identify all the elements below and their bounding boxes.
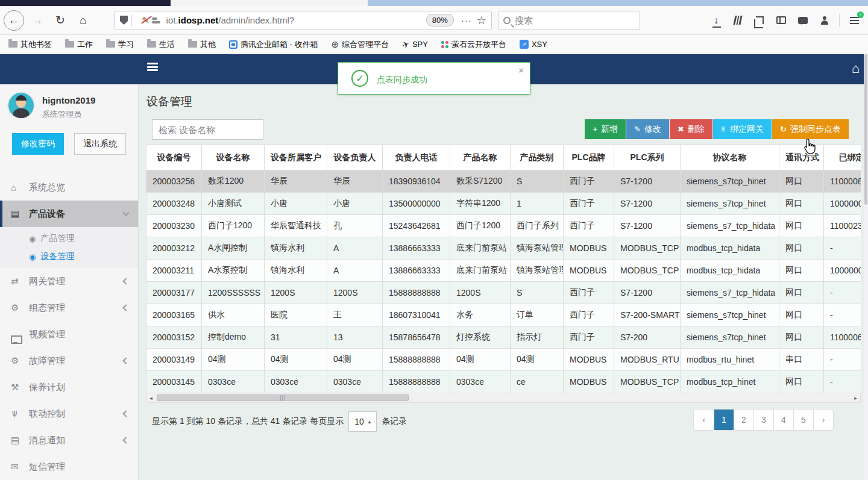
cell-plc-series[interactable]: MODBUS_TCP xyxy=(614,260,681,282)
cell-comm[interactable]: 网口 xyxy=(779,237,824,260)
cell-protocol[interactable]: siemens_s7tcp_hinet xyxy=(681,193,779,215)
bind-gateway-button[interactable]: ∞绑定网关 xyxy=(713,119,772,139)
cell-plc-brand[interactable]: 西门子 xyxy=(564,193,614,215)
sidebar-item-message[interactable]: 消息通知 xyxy=(0,427,138,454)
close-icon[interactable]: × xyxy=(518,65,524,75)
cell-plc-series[interactable]: S7-200-SMART xyxy=(614,304,681,326)
scroll-left-icon[interactable]: ◂ xyxy=(146,394,156,402)
cell-protocol[interactable]: modbus_rtu_hinet xyxy=(681,349,779,371)
column-header[interactable]: PLC系列 xyxy=(614,145,681,170)
cell-product[interactable]: 字符串1200 xyxy=(450,193,511,215)
page-button-5[interactable]: 5 xyxy=(793,410,813,430)
horizontal-scrollbar[interactable]: ◂ ▸ xyxy=(146,393,861,403)
device-search-input[interactable] xyxy=(159,125,257,135)
back-button[interactable]: ← xyxy=(4,10,24,31)
cell-category[interactable]: 指示灯 xyxy=(511,326,564,349)
bookmark-mail[interactable]: 腾讯企业邮箱 - 收件箱 xyxy=(229,39,318,50)
cell-manager[interactable]: 王 xyxy=(327,304,383,326)
pocket-button[interactable] xyxy=(792,11,814,30)
cell-customer[interactable]: 镇海水利 xyxy=(265,237,327,260)
cell-manager[interactable]: A xyxy=(327,260,383,282)
cell-phone[interactable]: 13886663333 xyxy=(383,260,450,282)
bookmark-spy[interactable]: ✈SPY xyxy=(402,40,428,49)
cell-protocol[interactable]: siemens_s7_tcp_hidata xyxy=(681,282,779,304)
bookmark-folder[interactable]: 其他 xyxy=(188,39,216,50)
prev-page-button[interactable]: ‹ xyxy=(694,410,714,430)
cell-category[interactable]: 镇海泵站管理 xyxy=(511,237,564,260)
table-row[interactable]: 200003211 A水泵控制 镇海水利 A 13886663333 底来门前泵… xyxy=(146,260,861,282)
cell-manager[interactable]: 0303ce xyxy=(327,371,383,393)
cell-device-id[interactable]: 200003256 xyxy=(146,170,202,193)
cell-plc-brand[interactable]: MODBUS xyxy=(564,371,614,393)
cell-device-name[interactable]: A水闸控制 xyxy=(202,237,265,260)
cell-plc-series[interactable]: S7-1200 xyxy=(614,193,681,215)
cell-comm[interactable]: 网口 xyxy=(779,326,824,349)
cell-protocol[interactable]: modbus_tcp_hidata xyxy=(681,237,779,260)
cell-product[interactable]: 西门子1200 xyxy=(450,215,511,237)
downloads-button[interactable]: ↓ xyxy=(705,11,727,30)
library-button[interactable] xyxy=(727,11,749,30)
insecure-connection-icon[interactable]: ✎ xyxy=(142,15,149,26)
cell-phone[interactable]: 15243642681 xyxy=(383,215,450,237)
cell-customer[interactable]: 小唐 xyxy=(265,193,327,215)
cell-device-id[interactable]: 200003152 xyxy=(146,326,202,349)
active-tab-strip[interactable] xyxy=(0,0,171,6)
cell-comm[interactable]: 网口 xyxy=(779,282,824,304)
sidebar-item-device-mgmt[interactable]: ◉ 设备管理 xyxy=(0,248,138,266)
cell-customer[interactable]: 0303ce xyxy=(265,371,327,393)
sidebar-item-linkage[interactable]: 联动控制 xyxy=(0,401,138,427)
cell-gateway[interactable]: 1100023 xyxy=(824,215,861,237)
cell-protocol[interactable]: siemens_s7_tcp_hidata xyxy=(681,215,779,237)
column-header[interactable]: 通讯方式 xyxy=(779,145,824,170)
inactive-tab-strip[interactable] xyxy=(171,0,368,6)
cell-customer[interactable]: 31 xyxy=(265,326,327,349)
cell-plc-series[interactable]: S7-1200 xyxy=(614,282,681,304)
cell-manager[interactable]: 孔 xyxy=(327,215,383,237)
table-row[interactable]: 200003152 控制demo 31 13 15878656478 灯控系统 … xyxy=(146,326,861,349)
cell-gateway[interactable]: 1100008 xyxy=(824,170,861,193)
cell-plc-series[interactable]: MODBUS_TCP xyxy=(614,237,681,260)
cell-product[interactable]: 灯控系统 xyxy=(450,326,511,349)
account-button[interactable] xyxy=(814,11,835,30)
cell-plc-series[interactable]: S7-1200 xyxy=(614,170,681,193)
column-header[interactable]: 设备名称 xyxy=(202,145,265,170)
cell-manager[interactable]: 1200S xyxy=(327,282,383,304)
cell-category[interactable]: S xyxy=(511,170,564,193)
cell-phone[interactable]: 15888888888 xyxy=(383,349,450,371)
column-header[interactable]: 已绑定网关 xyxy=(824,145,861,170)
cell-device-name[interactable]: 供水 xyxy=(202,304,265,326)
cell-manager[interactable]: A xyxy=(327,237,383,260)
cell-device-name[interactable]: 04测 xyxy=(202,349,265,371)
column-header[interactable]: 负责人电话 xyxy=(383,145,450,170)
screenshot-button[interactable] xyxy=(749,11,770,30)
cell-comm[interactable]: 网口 xyxy=(779,170,824,193)
cell-plc-brand[interactable]: 西门子 xyxy=(564,304,614,326)
column-header[interactable]: 产品类别 xyxy=(511,145,564,170)
cell-device-id[interactable]: 200003145 xyxy=(146,371,202,393)
cell-category[interactable]: 1 xyxy=(511,193,564,215)
column-header[interactable]: 协议名称 xyxy=(681,145,779,170)
cell-plc-brand[interactable]: MODBUS xyxy=(564,349,614,371)
cell-device-name[interactable]: 西门子1200 xyxy=(202,215,265,237)
sidebar-item-gateway[interactable]: 网关管理 xyxy=(0,268,138,295)
cell-plc-series[interactable]: S7-1200 xyxy=(614,215,681,237)
cell-protocol[interactable]: modbus_tcp_hidata xyxy=(681,260,779,282)
table-row[interactable]: 200003177 1200SSSSSS 1200S 1200S 1588888… xyxy=(146,282,861,304)
cell-manager[interactable]: 04测 xyxy=(327,349,383,371)
cell-device-name[interactable]: 1200SSSSSS xyxy=(202,282,265,304)
cell-device-name[interactable]: 数采1200 xyxy=(202,170,265,193)
cell-phone[interactable]: 15888888888 xyxy=(383,371,450,393)
cell-category[interactable]: 西门子系列 xyxy=(511,215,564,237)
cell-customer[interactable]: 华辰 xyxy=(265,170,327,193)
column-header[interactable]: 设备负责人 xyxy=(327,145,383,170)
cell-customer[interactable]: 1200S xyxy=(265,282,327,304)
cell-product[interactable]: 底来门前泵站 xyxy=(450,260,511,282)
page-button-2[interactable]: 2 xyxy=(734,410,753,430)
cell-plc-brand[interactable]: 西门子 xyxy=(564,326,614,349)
next-page-button[interactable]: › xyxy=(813,410,833,430)
sidebar-item-overview[interactable]: 系统总览 xyxy=(0,174,138,201)
cell-customer[interactable]: 华辰智通科技 xyxy=(265,215,327,237)
cell-plc-brand[interactable]: 西门子 xyxy=(564,170,614,193)
sidebar-item-maintenance[interactable]: 保养计划 xyxy=(0,374,138,401)
avatar[interactable] xyxy=(7,92,35,119)
